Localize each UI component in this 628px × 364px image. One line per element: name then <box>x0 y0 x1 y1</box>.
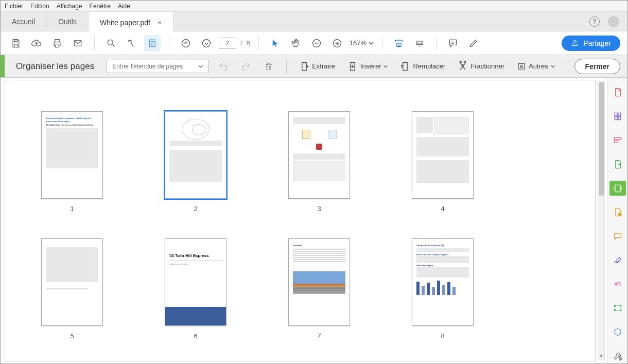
page-thumb-8[interactable]: Campus Express (Route 53) How to ride th… <box>412 238 474 340</box>
fill-sign-icon[interactable] <box>609 253 626 268</box>
fit-width-icon[interactable] <box>391 35 407 51</box>
tab-bar: Accueil Outils White paper.pdf × ? <box>1 12 627 31</box>
menu-edit[interactable]: Edition <box>30 3 49 10</box>
svg-point-1 <box>108 40 113 45</box>
read-mode-icon[interactable] <box>411 35 428 51</box>
highlight-icon[interactable] <box>465 35 482 51</box>
print-icon[interactable] <box>49 35 65 51</box>
combine-files-icon[interactable] <box>609 109 626 124</box>
insert-button[interactable]: Insérer <box>344 58 391 75</box>
thumb-label: 7 <box>317 332 321 340</box>
close-tab-icon[interactable]: × <box>158 19 162 27</box>
svg-rect-0 <box>74 40 81 46</box>
share-button[interactable]: Partager <box>562 36 620 51</box>
cloud-upload-icon[interactable] <box>28 35 45 51</box>
page-number-input[interactable]: 2 <box>219 38 236 49</box>
redo-icon[interactable] <box>238 58 254 75</box>
split-button[interactable]: Fractionner <box>455 58 508 75</box>
prev-page-icon[interactable] <box>178 35 194 51</box>
svg-rect-2 <box>150 40 155 47</box>
comments-icon[interactable] <box>609 229 626 244</box>
mail-icon[interactable] <box>69 35 86 51</box>
touch-mode-icon[interactable] <box>124 35 140 51</box>
svg-point-4 <box>203 39 211 47</box>
organize-pages-toolbar: Organiser les pages Entrer l'étendue de … <box>1 55 627 78</box>
comment-icon[interactable] <box>445 35 461 51</box>
search-icon[interactable] <box>103 35 119 51</box>
svg-rect-9 <box>614 138 621 140</box>
main-toolbar: 2 / 6 167% Partager <box>1 31 627 55</box>
scroll-thumb[interactable] <box>599 82 604 196</box>
svg-rect-10 <box>614 141 618 143</box>
organize-title: Organiser les pages <box>11 61 94 72</box>
svg-point-3 <box>182 39 190 47</box>
page-thumb-3[interactable]: 3 <box>288 111 350 213</box>
menu-file[interactable]: Fichier <box>5 3 23 10</box>
next-page-icon[interactable] <box>198 35 215 51</box>
page-range-dropdown[interactable]: Entrer l'étendue de pages <box>107 60 209 73</box>
close-organize-button[interactable]: Fermer <box>574 59 620 74</box>
edit-pdf-icon[interactable] <box>609 133 626 148</box>
protect-icon[interactable] <box>609 325 626 340</box>
page-thumb-6[interactable]: 53 Twin Hill Express CAMPUS EXPRESS 6 <box>165 238 226 340</box>
svg-rect-13 <box>615 305 620 310</box>
undo-icon[interactable] <box>215 58 232 75</box>
accent-strip <box>1 55 5 77</box>
right-tool-rail <box>607 78 627 363</box>
thumb-label: 5 <box>70 332 74 340</box>
zoom-out-icon[interactable] <box>308 35 325 51</box>
export-pdf-icon[interactable] <box>609 157 626 172</box>
delete-icon[interactable] <box>260 58 277 75</box>
tab-home[interactable]: Accueil <box>1 12 47 31</box>
zoom-in-icon[interactable] <box>329 35 345 51</box>
page-display-icon[interactable] <box>144 35 161 51</box>
page-thumb-4[interactable]: 4 <box>412 111 474 213</box>
page-sep: / <box>240 39 242 47</box>
zoom-dropdown[interactable]: 167% <box>350 39 374 47</box>
thumb-label: 3 <box>317 205 321 213</box>
hand-tool-icon[interactable] <box>288 35 304 51</box>
thumb-label: 2 <box>194 205 197 213</box>
user-avatar[interactable] <box>608 16 619 27</box>
tab-tools[interactable]: Outils <box>47 12 89 31</box>
optimize-icon[interactable] <box>609 301 626 316</box>
svg-point-12 <box>618 213 621 216</box>
content-area: Excerpt and digital signature – Adobe Si… <box>1 78 627 363</box>
menu-window[interactable]: Fenêtre <box>90 3 111 10</box>
vertical-scrollbar[interactable]: ▲ ▼ <box>598 81 605 360</box>
thumb-label: 6 <box>194 332 197 340</box>
extract-button[interactable]: Extraire <box>296 58 338 75</box>
help-icon[interactable]: ? <box>589 16 600 27</box>
svg-rect-11 <box>615 185 620 192</box>
page-thumb-5[interactable]: 5 <box>41 238 103 340</box>
page-thumb-7[interactable]: Contents 7 <box>288 238 350 340</box>
tab-document[interactable]: White paper.pdf × <box>89 12 173 31</box>
menu-bar: Fichier Edition Affichage Fenêtre Aide <box>1 1 627 12</box>
total-pages: 6 <box>247 39 250 47</box>
thumb-label: 1 <box>70 205 74 213</box>
thumbnail-scroll-area: Excerpt and digital signature – Adobe Si… <box>1 78 607 363</box>
page-thumb-2[interactable]: 2 <box>165 111 226 213</box>
menu-view[interactable]: Affichage <box>57 3 82 10</box>
page-thumb-1[interactable]: Excerpt and digital signature – Adobe Si… <box>41 111 103 213</box>
send-for-comments-icon[interactable] <box>609 205 626 220</box>
thumbnail-viewport[interactable]: Excerpt and digital signature – Adobe Si… <box>5 80 596 361</box>
create-pdf-icon[interactable] <box>609 85 626 100</box>
save-icon[interactable] <box>8 35 24 51</box>
select-tool-icon[interactable] <box>267 35 284 51</box>
more-button[interactable]: Autres <box>514 58 558 75</box>
more-tools-icon[interactable] <box>609 349 626 363</box>
redact-icon[interactable] <box>609 277 626 292</box>
organize-pages-icon[interactable] <box>609 181 626 196</box>
thumb-label: 8 <box>441 332 444 340</box>
scroll-down-icon[interactable]: ▼ <box>598 354 604 360</box>
menu-help[interactable]: Aide <box>118 3 130 10</box>
thumb-label: 4 <box>441 205 444 213</box>
replace-button[interactable]: Remplacer <box>397 58 448 75</box>
